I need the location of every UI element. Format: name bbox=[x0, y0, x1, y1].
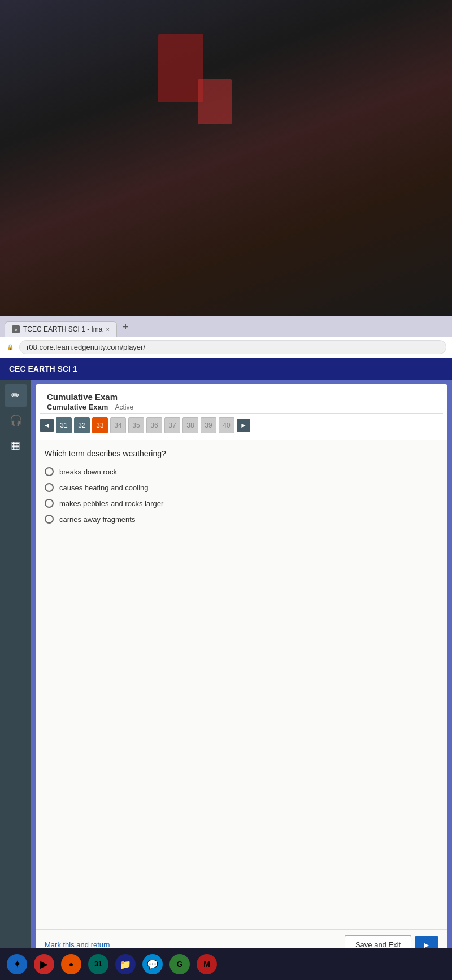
answer-label-4: carries away fragments bbox=[59, 515, 135, 524]
sidebar-headphones-icon[interactable]: 🎧 bbox=[5, 409, 27, 432]
question-31-button[interactable]: 31 bbox=[56, 417, 72, 433]
radio-option-2[interactable] bbox=[45, 483, 54, 492]
address-input[interactable]: r08.core.learn.edgenuity.com/player/ bbox=[19, 340, 446, 354]
tab-title: TCEC EARTH SCI 1 - Ima bbox=[23, 325, 102, 333]
taskbar-icon-chrome[interactable]: ● bbox=[61, 954, 81, 974]
exam-title: Cumulative Exam bbox=[47, 392, 436, 402]
taskbar-icon-g[interactable]: G bbox=[169, 954, 190, 974]
sidebar: ✏ 🎧 ▦ bbox=[0, 380, 31, 964]
tab-close-button[interactable]: × bbox=[106, 326, 109, 333]
answer-option-4[interactable]: carries away fragments bbox=[45, 515, 438, 524]
question-area: Which term describes weathering? breaks … bbox=[36, 440, 447, 929]
new-tab-button[interactable]: + bbox=[117, 318, 134, 337]
answer-label-1: breaks down rock bbox=[59, 468, 117, 476]
taskbar-icon-chat[interactable]: 💬 bbox=[142, 954, 163, 974]
exam-nav-section: Cumulative Exam Cumulative Exam Active ◄… bbox=[36, 384, 447, 440]
question-39-button[interactable]: 39 bbox=[201, 417, 216, 433]
background-photo bbox=[0, 0, 452, 316]
sidebar-pencil-icon[interactable]: ✏ bbox=[5, 384, 27, 407]
radio-option-1[interactable] bbox=[45, 467, 54, 476]
app-header: CEC EARTH SCI 1 bbox=[0, 358, 452, 380]
taskbar: ✦ ▶ ● 31 📁 💬 G M bbox=[0, 948, 452, 980]
answer-option-1[interactable]: breaks down rock bbox=[45, 467, 438, 476]
question-36-button[interactable]: 36 bbox=[146, 417, 162, 433]
question-32-button[interactable]: 32 bbox=[74, 417, 90, 433]
question-nav: ◄ 31 32 33 34 35 36 37 38 39 40 ► bbox=[40, 417, 443, 433]
answer-option-3[interactable]: makes pebbles and rocks larger bbox=[45, 499, 438, 508]
next-question-button[interactable]: ► bbox=[237, 419, 250, 432]
content-panel: Cumulative Exam Cumulative Exam Active ◄… bbox=[31, 380, 452, 964]
question-text: Which term describes weathering? bbox=[45, 449, 438, 458]
taskbar-icon-youtube[interactable]: ▶ bbox=[34, 954, 54, 974]
browser-tab[interactable]: e TCEC EARTH SCI 1 - Ima × bbox=[5, 321, 117, 337]
tab-favicon: e bbox=[12, 325, 20, 333]
app-header-title: CEC EARTH SCI 1 bbox=[9, 364, 77, 373]
taskbar-icon-calendar[interactable]: 31 bbox=[88, 954, 108, 974]
sidebar-calculator-icon[interactable]: ▦ bbox=[5, 434, 27, 456]
answer-label-2: causes heating and cooling bbox=[59, 484, 149, 492]
radio-option-3[interactable] bbox=[45, 499, 54, 508]
address-bar: 🔒 r08.core.learn.edgenuity.com/player/ bbox=[0, 337, 452, 358]
exam-name: Cumulative Exam bbox=[47, 403, 108, 411]
answer-option-2[interactable]: causes heating and cooling bbox=[45, 483, 438, 492]
taskbar-icon-files[interactable]: 📁 bbox=[115, 954, 136, 974]
taskbar-icon-m[interactable]: M bbox=[197, 954, 217, 974]
mark-return-link[interactable]: Mark this and return bbox=[45, 940, 110, 949]
tab-bar: e TCEC EARTH SCI 1 - Ima × + bbox=[0, 316, 452, 337]
question-34-button[interactable]: 34 bbox=[110, 417, 126, 433]
question-40-button[interactable]: 40 bbox=[219, 417, 234, 433]
question-35-button[interactable]: 35 bbox=[128, 417, 144, 433]
prev-question-button[interactable]: ◄ bbox=[40, 419, 54, 432]
taskbar-icon-star[interactable]: ✦ bbox=[7, 954, 27, 974]
question-33-button[interactable]: 33 bbox=[92, 417, 108, 433]
exam-subtitle: Cumulative Exam Active bbox=[47, 403, 436, 411]
address-favicon: 🔒 bbox=[6, 343, 15, 352]
question-37-button[interactable]: 37 bbox=[164, 417, 180, 433]
radio-option-4[interactable] bbox=[45, 515, 54, 524]
answer-label-3: makes pebbles and rocks larger bbox=[59, 499, 163, 508]
question-38-button[interactable]: 38 bbox=[182, 417, 198, 433]
exam-status: Active bbox=[115, 403, 133, 411]
main-content: ✏ 🎧 ▦ Cumulative Exam Cumulative Exam Ac… bbox=[0, 380, 452, 964]
exam-header: Cumulative Exam Cumulative Exam Active bbox=[40, 387, 443, 414]
browser-window: e TCEC EARTH SCI 1 - Ima × + 🔒 r08.core.… bbox=[0, 316, 452, 980]
